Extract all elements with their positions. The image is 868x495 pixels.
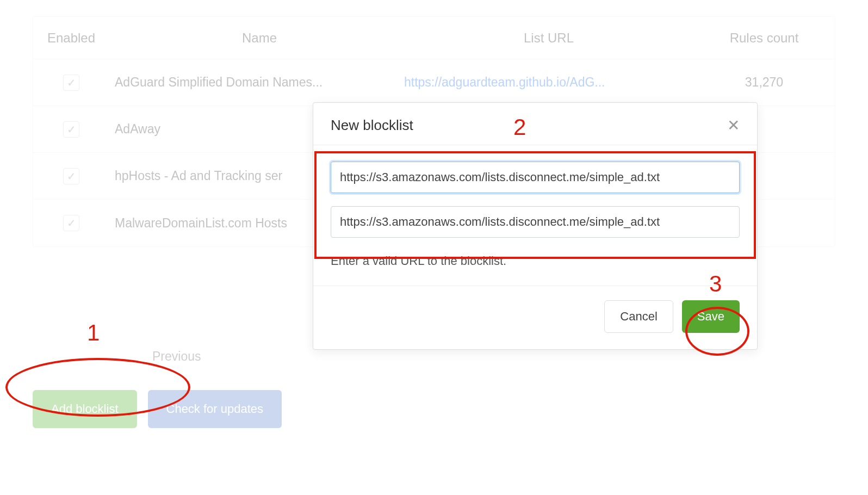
blocklist-url-input[interactable] [331,206,740,238]
modal-body: Enter a valid URL to the blocklist. [313,145,757,286]
modal-title: New blocklist [331,117,413,134]
new-blocklist-modal: New blocklist ✕ Enter a valid URL to the… [313,102,758,350]
modal-header: New blocklist ✕ [313,103,757,145]
close-icon[interactable]: ✕ [727,118,740,133]
save-button[interactable]: Save [682,300,740,333]
helper-text: Enter a valid URL to the blocklist. [331,254,740,268]
cancel-button[interactable]: Cancel [604,300,673,333]
modal-footer: Cancel Save [313,286,757,349]
blocklist-name-input[interactable] [331,162,740,193]
